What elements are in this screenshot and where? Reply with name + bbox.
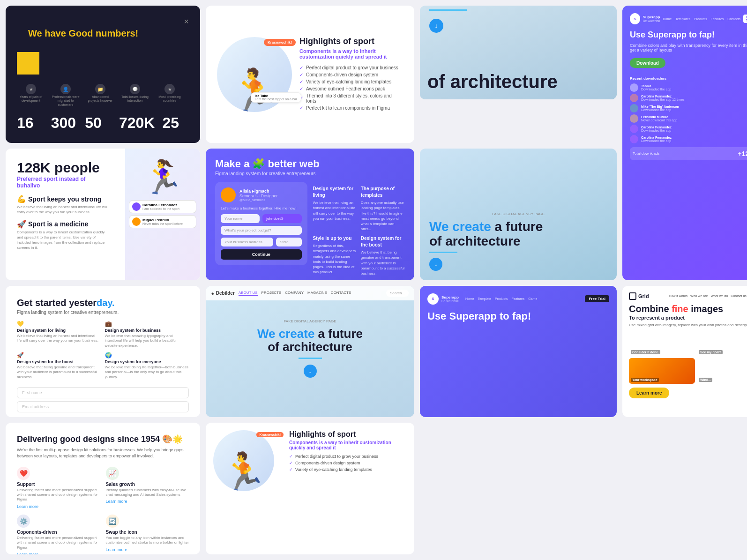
sport-bottom-card: 🏃 Krasnawchik! Highlights of sport Compo… — [206, 423, 414, 554]
sport-feature-0: Perfect digital product to grow your bus… — [299, 65, 403, 70]
grid-combine-card: Grid How it works Who we are What we do … — [622, 286, 747, 418]
form-tagline: Let's make a business together. Hire me … — [221, 206, 302, 210]
sport-bottom-feature-0: ✓ Perfect digital product to grow your b… — [289, 454, 407, 459]
feature-icon-0: 💛 — [17, 321, 101, 327]
delivering-desc: We're the first multi-purpose design kit… — [17, 447, 189, 459]
name-input[interactable]: Your name — [221, 214, 260, 223]
superapp-company-name: Superapp Be waterfall — [643, 15, 660, 22]
feature-0: 💛 Design system for living We believe th… — [17, 321, 101, 348]
submit-button[interactable]: Continue — [221, 249, 302, 260]
form-row-2: Your business address State — [221, 238, 302, 246]
close-icon[interactable]: × — [184, 17, 189, 27]
sport-feature-3: Awesome outlined Feather icons pack — [299, 86, 403, 91]
better-web-right: Design system for living We believe that… — [313, 182, 405, 276]
del-learn-more-2[interactable]: Learn more — [17, 552, 100, 554]
better-web-form: Alisia Figmach Semora UI Designer @alici… — [215, 182, 307, 276]
sport-feature-2: Variety of eye-catching landing template… — [299, 79, 403, 84]
profile-chip-1: Carolina Fernandez I am addicted to the … — [129, 200, 196, 213]
people-number: 128K people — [17, 160, 109, 176]
stat-icon-0: ★ Years of pain of development — [17, 84, 45, 107]
stat-16: 16 — [17, 114, 44, 132]
superapp-download-button[interactable]: Download — [630, 58, 665, 68]
people-subtitle: Preferred sport instead of buhalivo — [17, 176, 109, 189]
budget-input[interactable]: What's your project budget? — [221, 226, 302, 235]
stat-720k: 720K — [119, 114, 155, 132]
people-card: 🏃‍♀️ Carolina Fernandez I am addicted to… — [6, 149, 200, 280]
sport-bottom-features: ✓ Perfect digital product to grow your b… — [289, 454, 407, 472]
del-learn-more-3[interactable]: Learn more — [106, 547, 189, 552]
profile-avatar-1 — [132, 202, 141, 211]
del-icon-1: 📈 — [106, 467, 119, 480]
del-text-0: Delivering faster and more personalized … — [17, 488, 100, 502]
downloader-info-0: Tabika Downloaded the app — [641, 84, 671, 91]
stats-card: We have Good numbers! × ★ Years of pain … — [6, 6, 200, 143]
main-grid: We have Good numbers! × ★ Years of pain … — [0, 0, 747, 560]
feature-2: 🚀 Design system for the boost We believe… — [17, 352, 101, 380]
combine-img-1: See my goal? — [697, 330, 747, 356]
person-row: Alisia Figmach Semora UI Designer @alici… — [221, 187, 302, 202]
agency-down-button[interactable]: ↓ — [304, 365, 317, 378]
del-text-3: You can toggle to any icon within instan… — [106, 536, 189, 545]
sport-image-container: 🏃 Krasnawchik! Ice Tube I am the best ra… — [217, 37, 292, 112]
firstname-field[interactable]: First name — [17, 387, 189, 398]
del-learn-more-1[interactable]: Learn more — [106, 499, 189, 504]
downloader-2: Mike 'The Big' Anderson Downloaded the a… — [630, 104, 747, 112]
superapp-bottom-links: Home Template Products Features Game — [465, 297, 583, 300]
arch-big-down-button[interactable]: ↓ — [429, 258, 442, 271]
combine-description: Use mixed grid with imagery, replace wit… — [629, 322, 747, 328]
downloader-3: Fernando Mudillo Never download this app — [630, 114, 747, 123]
downloader-avatar-4 — [630, 125, 638, 133]
stat-25: 25 — [162, 114, 189, 132]
superapp-bottom-free-trial[interactable]: Free Trial — [585, 295, 609, 302]
sport-content: Highlights of sport Components is a way … — [299, 37, 403, 112]
stat-icon-2: 📁 Abandoned projects however — [86, 84, 114, 107]
stat-300: 300 — [51, 114, 78, 132]
downloader-info-3: Fernando Mudillo Never download this app — [641, 115, 677, 122]
superapp-card: S Superapp Be waterfall Home Templates P… — [622, 6, 747, 280]
arch-down-button[interactable]: ↓ — [429, 19, 443, 33]
sport-bottom-feature-1: ✓ Components-driven design system — [289, 461, 407, 465]
combine-main-title: Combine fine images — [629, 304, 747, 314]
combine-img-3: Wind... — [697, 358, 747, 384]
combine-img-label-1: See my goal? — [699, 350, 723, 354]
del-learn-more-0[interactable]: Learn more — [17, 504, 100, 509]
arch-blue-line — [429, 9, 467, 11]
arch-top-card: ↓ of architecture — [420, 6, 617, 99]
get-started-features: 💛 Design system for living We believe th… — [17, 321, 189, 380]
superapp-description: Combine colors and play with transparenc… — [630, 43, 747, 52]
delivering-features: ❤️ Support Delivering faster and more pe… — [17, 467, 189, 554]
agency-bar — [299, 358, 322, 359]
feature-3: 🌍 Design system for everyone We believe … — [105, 352, 189, 380]
downloader-avatar-0 — [630, 83, 638, 92]
sport-features-list: Perfect digital product to grow your bus… — [299, 65, 403, 111]
agency-card: ◈ Debilder ABOUT US PROJECTS COMPANY MAG… — [206, 286, 414, 418]
agency-search[interactable]: Search... — [386, 290, 409, 297]
superapp-free-trial-button[interactable]: Free Trial — [743, 15, 747, 23]
downloader-avatar-5 — [630, 135, 638, 143]
sport-user1-chip: Krasnawchik! — [264, 39, 296, 46]
email-input[interactable]: johndoe@ — [262, 214, 301, 223]
state-input[interactable]: State — [276, 238, 301, 246]
total-downloads-value: +12.5K — [738, 150, 747, 157]
delivering-card: Delivering good designs since 1954 🎨🌟 We… — [6, 423, 200, 554]
sport-feature-5: Perfect kit to learn components in Figma — [299, 105, 403, 111]
stats-icon-row: ★ Years of pain of development 👤 Profess… — [17, 84, 189, 107]
email-field[interactable]: Email address — [17, 401, 189, 412]
recent-downloaders-title: Recent downloaders — [630, 76, 747, 81]
feature-title-1: Design system for business — [105, 328, 189, 333]
learn-more-button[interactable]: Learn more — [629, 388, 669, 398]
arch-big-title: We create a futureof architecture — [429, 220, 607, 249]
arch-big-card: FAKE DIGITAL AGENCY PAGE We create a fut… — [420, 149, 617, 280]
combine-subtitle: To represent a product — [629, 315, 747, 321]
feature-icon-3: 🌍 — [105, 352, 189, 358]
superapp-bottom-logo: S — [427, 293, 439, 305]
get-started-card: Get started yesterday. Figma landing sys… — [6, 286, 200, 418]
address-input[interactable]: Your business address — [221, 238, 273, 246]
sport-subtitle: Components is a way to inherit customiza… — [299, 48, 403, 60]
del-icon-0: ❤️ — [17, 467, 30, 480]
feature-icon-1: 💼 — [105, 321, 189, 327]
superapp-bottom-nav: S Superapp Be waterfall Home Template Pr… — [427, 293, 609, 305]
agency-navbar: ◈ Debilder ABOUT US PROJECTS COMPANY MAG… — [206, 286, 414, 300]
name-input-label: Your name — [224, 217, 242, 221]
agency-logo: ◈ Debilder — [211, 291, 235, 296]
